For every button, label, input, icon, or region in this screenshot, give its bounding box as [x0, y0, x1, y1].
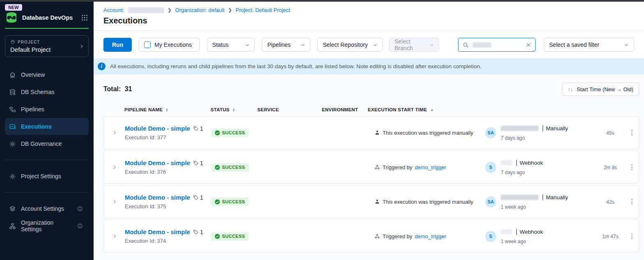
info-icon[interactable]: [77, 223, 83, 229]
pipeline-name-link[interactable]: Module Demo - simple: [125, 194, 190, 201]
sidebar-item-db-governance[interactable]: DB Governance: [0, 135, 94, 152]
executions-content: Total: 31 ↑↓ Start Time (New → Old) PIPE…: [94, 74, 644, 260]
chevron-separator-icon: ❯: [168, 7, 172, 13]
redacted-search-text: [472, 42, 491, 48]
redacted-account-name: [128, 7, 164, 13]
time-ago: 1 week ago: [501, 239, 543, 244]
trigger-text: Triggered by: [383, 164, 413, 170]
home-icon: [9, 71, 16, 78]
sort-button[interactable]: ↑↓ Start Time (New → Old): [562, 83, 639, 96]
redacted-user-name: [501, 160, 512, 166]
search-input[interactable]: [458, 38, 535, 52]
breadcrumb-project[interactable]: Project: Default Project: [236, 7, 290, 13]
info-icon: i: [98, 62, 105, 70]
row-options-menu-icon[interactable]: [630, 128, 634, 137]
column-header-start-time[interactable]: EXECUTION START TIME ▲: [368, 107, 479, 112]
webhook-icon: [374, 164, 380, 170]
sidebar-divider: [5, 160, 89, 160]
tag-count: 1: [193, 160, 203, 166]
toolbar: Run My Executions Status Pipelines Selec…: [94, 31, 644, 58]
run-button[interactable]: Run: [103, 38, 132, 52]
chevron-down-icon: [429, 43, 434, 47]
my-executions-checkbox[interactable]: [144, 41, 151, 48]
column-header-service: SERVICE: [257, 107, 322, 112]
execution-row[interactable]: Module Demo - simple 1 Execution Id: 374…: [103, 220, 639, 253]
project-selector[interactable]: PROJECT Default Project: [5, 35, 89, 57]
avatar: SA: [485, 196, 496, 207]
status-badge: SUCCESS: [211, 232, 249, 241]
saved-filter-dropdown[interactable]: Select a saved filter: [544, 38, 634, 52]
pipelines-filter-dropdown[interactable]: Pipelines: [262, 38, 310, 52]
redacted-user-name: [501, 229, 512, 235]
column-header-environment: ENVIRONMENT: [322, 107, 374, 112]
duration: 45s: [606, 130, 614, 136]
status-badge: SUCCESS: [211, 129, 249, 137]
sidebar-item-organization-settings[interactable]: Organization Settings: [0, 217, 94, 235]
breadcrumb-account[interactable]: Account:: [103, 7, 124, 13]
select-branch-label: Select Branch: [394, 38, 429, 51]
tag-icon: [193, 160, 199, 166]
chevron-down-icon: [373, 43, 377, 47]
new-badge: NEW: [5, 4, 22, 11]
chevron-down-icon: [624, 43, 629, 47]
sidebar-item-pipelines[interactable]: Pipelines: [0, 101, 94, 118]
avatar: SA: [485, 127, 496, 138]
row-options-menu-icon[interactable]: [630, 232, 634, 241]
sidebar-item-account-settings[interactable]: Account Settings: [0, 200, 94, 217]
app-grid-icon[interactable]: [81, 14, 88, 21]
sidebar-item-executions[interactable]: Executions: [5, 118, 89, 135]
execution-id: Execution Id: 376: [125, 169, 211, 175]
trigger-text: This execution was triggered manually: [383, 199, 473, 205]
row-options-menu-icon[interactable]: [630, 163, 634, 172]
tag-icon: [193, 195, 199, 200]
execution-row[interactable]: Module Demo - simple 1 Execution Id: 376…: [103, 151, 639, 184]
sidebar-item-project-settings[interactable]: Project Settings: [0, 168, 94, 185]
breadcrumb-organization[interactable]: Organization: default: [175, 7, 225, 13]
database-icon: [9, 89, 16, 96]
project-name: Default Project: [10, 46, 83, 53]
start-time-cell: SA Manually 1 week ago: [485, 194, 596, 210]
execution-row[interactable]: Module Demo - simple 1 Execution Id: 377…: [103, 116, 639, 149]
check-circle-icon: [215, 165, 220, 170]
select-repository-dropdown[interactable]: Select Repository: [317, 38, 383, 52]
my-executions-toggle[interactable]: My Executions: [139, 38, 200, 52]
table-header-row: PIPELINE NAME ▲▼ STATUS ▲▼ SERVICE ENVIR…: [103, 107, 639, 112]
sidebar-item-overview[interactable]: Overview: [0, 66, 94, 83]
sidebar-item-db-schemas[interactable]: DB Schemas: [0, 83, 94, 101]
trigger-link[interactable]: demo_trigger: [415, 164, 447, 170]
expand-row-chevron-icon[interactable]: [112, 233, 117, 239]
pipeline-name-link[interactable]: Module Demo - simple: [125, 159, 190, 166]
start-time-cell: SA Manually 7 days ago: [485, 125, 596, 141]
trigger-info-cell: This execution was triggered manually: [374, 130, 485, 136]
expand-row-chevron-icon[interactable]: [112, 199, 117, 205]
trigger-info-cell: This execution was triggered manually: [374, 199, 485, 205]
governance-gear-icon: [9, 140, 16, 147]
sidebar-item-label: Pipelines: [21, 106, 44, 113]
org-tree-icon: [9, 223, 16, 230]
status-badge: SUCCESS: [211, 163, 249, 172]
sort-updown-icon: ▲▼: [232, 108, 235, 112]
total-count: Total: 31: [103, 85, 132, 93]
trigger-info-cell: Triggered by demo_trigger: [374, 164, 485, 170]
expand-row-chevron-icon[interactable]: [112, 130, 117, 136]
select-repository-label: Select Repository: [323, 41, 368, 48]
pipeline-name-link[interactable]: Module Demo - simple: [125, 228, 190, 235]
trigger-type-label: Webhook: [516, 229, 543, 235]
column-header-status[interactable]: STATUS ▲▼: [211, 107, 257, 112]
chevron-down-icon: [245, 43, 250, 47]
status-filter-dropdown[interactable]: Status: [207, 38, 255, 52]
row-options-menu-icon[interactable]: [630, 197, 634, 206]
sidebar-item-label: Project Settings: [21, 173, 61, 179]
webhook-icon: [374, 233, 380, 239]
execution-row[interactable]: Module Demo - simple 1 Execution Id: 375…: [103, 185, 639, 218]
column-header-pipeline-name[interactable]: PIPELINE NAME ▲▼: [124, 107, 211, 112]
info-icon[interactable]: [77, 206, 83, 212]
redacted-user-name: [501, 126, 539, 131]
trigger-link[interactable]: demo_trigger: [415, 233, 447, 239]
pipeline-name-link[interactable]: Module Demo - simple: [125, 125, 190, 132]
sidebar-item-label: Account Settings: [21, 205, 64, 212]
clear-search-icon[interactable]: [526, 42, 531, 48]
sidebar-item-label: Organization Settings: [21, 219, 72, 232]
expand-row-chevron-icon[interactable]: [112, 164, 117, 170]
time-ago: 1 week ago: [501, 204, 568, 210]
